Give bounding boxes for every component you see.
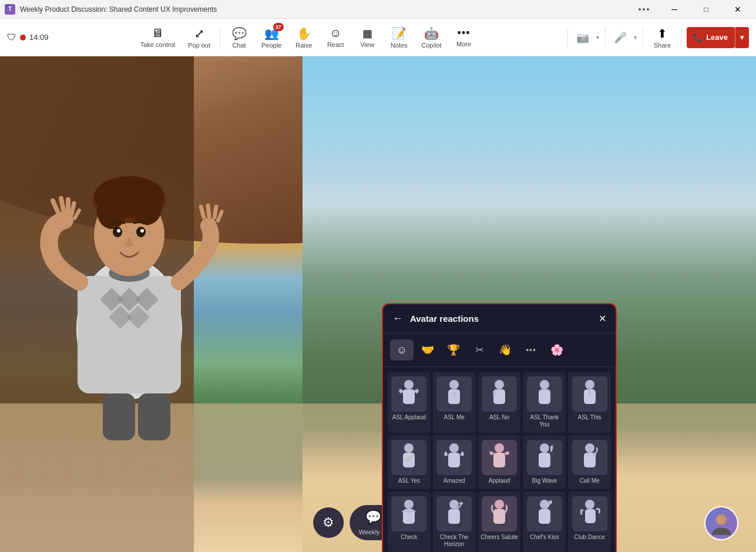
copilot-icon: 🤖 <box>424 26 439 41</box>
panel-header: ← Avatar reactions ✕ <box>383 304 616 334</box>
reactions-grid: ASL Applaud ASL Me <box>383 367 616 552</box>
svg-point-17 <box>117 229 120 233</box>
reaction-call-me[interactable]: Call Me <box>568 435 611 489</box>
mic-button[interactable]: 🎤 <box>610 29 630 46</box>
more-label: More <box>456 41 471 48</box>
reaction-asl-me-label: ASL Me <box>444 414 465 421</box>
reaction-asl-applaud-label: ASL Applaud <box>392 414 426 421</box>
close-button[interactable]: ✕ <box>724 0 751 19</box>
view-label: View <box>360 41 374 48</box>
reaction-big-wave[interactable]: Big Wave <box>523 435 566 489</box>
reaction-big-wave-label: Big Wave <box>532 477 557 484</box>
window-title: Weekly Product Discussion: Shared Conten… <box>20 5 627 14</box>
reaction-check-horizon-label: Check The Horizon <box>435 534 473 548</box>
notes-button[interactable]: 📝 Notes <box>384 24 414 51</box>
people-label: People <box>261 42 281 49</box>
panel-back-button[interactable]: ← <box>392 312 403 325</box>
category-emoji-button[interactable]: ☺ <box>390 339 414 361</box>
reaction-chefs-kiss[interactable]: Chef's Kiss <box>523 492 566 552</box>
reaction-chefs-kiss-label: Chef's Kiss <box>530 534 559 541</box>
reaction-amazed[interactable]: Amazed <box>433 435 476 489</box>
svg-rect-58 <box>448 509 460 524</box>
pop-out-button[interactable]: ⤢ Pop out <box>182 24 216 51</box>
reaction-club-dance[interactable]: Club Dance <box>568 492 611 552</box>
svg-rect-31 <box>138 393 170 440</box>
pop-out-label: Pop out <box>188 42 210 49</box>
share-icon: ⬆ <box>657 26 667 41</box>
toolbar-left: 🛡 14:09 <box>7 32 49 43</box>
reaction-asl-no[interactable]: ASL No <box>478 372 521 433</box>
titlebar-more[interactable] <box>631 8 656 11</box>
reaction-asl-this[interactable]: ASL This <box>568 372 611 433</box>
more-icon: ••• <box>458 27 471 39</box>
chat-icon: 💬 <box>232 26 247 41</box>
svg-point-32 <box>404 380 414 389</box>
reaction-bubble-button[interactable]: 💬 <box>365 510 381 525</box>
participant-avatar[interactable] <box>704 506 738 540</box>
mic-chevron[interactable]: ▾ <box>633 33 638 42</box>
reaction-applaud[interactable]: Applaud <box>478 435 521 489</box>
time-display: 14:09 <box>29 33 49 42</box>
svg-point-34 <box>449 380 459 389</box>
toolbar-divider-4 <box>643 28 643 47</box>
reaction-asl-yes[interactable]: ASL Yes <box>388 435 431 489</box>
people-button[interactable]: 👥 37 People <box>256 24 287 51</box>
category-trophy-button[interactable]: 🏆 <box>442 339 465 361</box>
mic-icon: 🎤 <box>614 31 627 44</box>
maximize-button[interactable]: □ <box>693 0 720 19</box>
reaction-asl-no-label: ASL No <box>489 414 509 421</box>
svg-point-44 <box>404 443 414 453</box>
svg-point-67 <box>716 514 727 525</box>
svg-rect-47 <box>448 453 460 467</box>
reaction-asl-applaud[interactable]: ASL Applaud <box>388 372 431 433</box>
svg-point-39 <box>540 380 549 389</box>
reaction-check[interactable]: Check <box>388 492 431 552</box>
svg-rect-51 <box>539 453 550 467</box>
share-button[interactable]: ⬆ Share <box>648 24 677 51</box>
chat-button[interactable]: 💬 Chat <box>224 24 254 51</box>
copilot-label: Copilot <box>421 42 441 49</box>
panel-close-button[interactable]: ✕ <box>599 313 606 324</box>
reaction-check-horizon[interactable]: Check The Horizon <box>433 492 476 552</box>
category-scissors-button[interactable]: ✂ <box>468 339 491 361</box>
camera-button[interactable]: 📷 <box>573 29 593 46</box>
leave-phone-icon: 📞 <box>693 33 703 42</box>
reaction-cheers-salute[interactable]: Cheers Salute <box>478 492 521 552</box>
notes-label: Notes <box>391 42 408 49</box>
category-more-button[interactable]: ••• <box>519 339 543 361</box>
main-area: ← Avatar reactions ✕ ☺ 🤝 🏆 ✂ 👋 ••• 🌸 <box>0 56 756 552</box>
category-hands-button[interactable]: 🤝 <box>416 339 439 361</box>
react-icon: ☺ <box>330 26 341 40</box>
copilot-button[interactable]: 🤖 Copilot <box>415 24 447 51</box>
camera-icon: 📷 <box>576 31 589 44</box>
minimize-button[interactable]: ─ <box>661 0 688 19</box>
category-flower-button[interactable]: 🌸 <box>545 339 569 361</box>
svg-point-25 <box>203 218 216 231</box>
leave-chevron-button[interactable]: ▾ <box>735 27 749 48</box>
leave-button[interactable]: 📞 Leave <box>687 27 735 48</box>
toolbar-divider-3 <box>605 28 606 47</box>
take-control-button[interactable]: 🖥 Take control <box>135 24 181 51</box>
raise-label: Raise <box>295 42 312 49</box>
reaction-applaud-label: Applaud <box>489 477 510 484</box>
leave-label: Leave <box>706 33 728 42</box>
view-button[interactable]: ▦ View <box>352 25 382 51</box>
more-button[interactable]: ••• More <box>449 25 479 50</box>
react-button[interactable]: ☺ React <box>320 24 351 51</box>
svg-rect-61 <box>493 509 505 524</box>
reaction-asl-me[interactable]: ASL Me <box>433 372 476 433</box>
recording-indicator: 🛡 14:09 <box>7 32 49 43</box>
view-icon: ▦ <box>362 27 372 40</box>
category-wave-button[interactable]: 👋 <box>493 339 517 361</box>
svg-point-37 <box>495 380 504 389</box>
raise-button[interactable]: ✋ Raise <box>288 24 319 51</box>
title-bar: T Weekly Product Discussion: Shared Cont… <box>0 0 756 19</box>
svg-rect-30 <box>103 393 135 440</box>
avatar-settings-button[interactable]: ⚙ <box>313 507 344 538</box>
camera-chevron[interactable]: ▾ <box>595 33 600 42</box>
toolbar-divider-1 <box>220 28 220 47</box>
avatar-character <box>35 106 294 505</box>
svg-point-57 <box>449 500 459 509</box>
reaction-asl-thank-you[interactable]: ASL Thank You <box>523 372 566 433</box>
leave-button-group: 📞 Leave ▾ <box>687 27 749 48</box>
